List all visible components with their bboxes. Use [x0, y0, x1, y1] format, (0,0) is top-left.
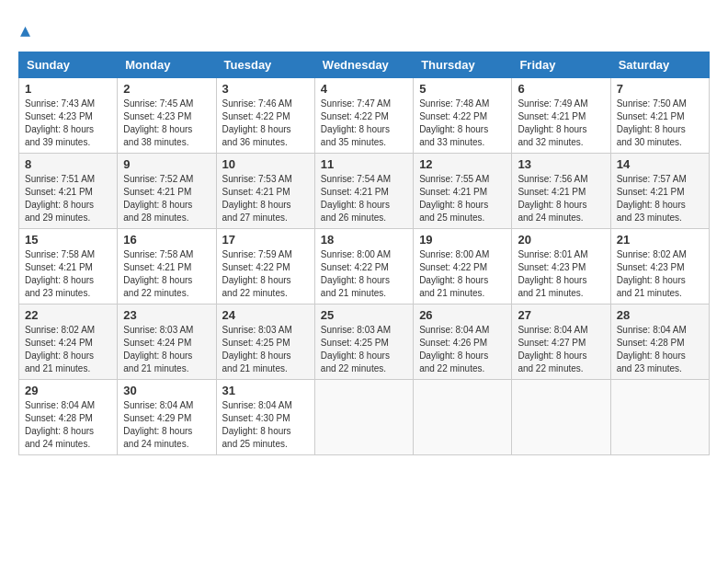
cell-info: Sunrise: 8:02 AM Sunset: 4:23 PM Dayligh… — [617, 248, 703, 300]
cell-info: Sunrise: 8:00 AM Sunset: 4:22 PM Dayligh… — [321, 248, 407, 300]
cell-info: Sunrise: 8:00 AM Sunset: 4:22 PM Dayligh… — [419, 248, 506, 300]
day-number: 1 — [25, 82, 111, 96]
calendar-col-header: Wednesday — [314, 52, 413, 78]
logo-bird-icon: ▴ — [20, 18, 30, 42]
cell-info: Sunrise: 7:58 AM Sunset: 4:21 PM Dayligh… — [25, 248, 111, 300]
calendar-cell: 3 Sunrise: 7:46 AM Sunset: 4:22 PM Dayli… — [216, 78, 314, 154]
cell-info: Sunrise: 8:04 AM Sunset: 4:26 PM Dayligh… — [419, 324, 506, 375]
day-number: 30 — [123, 384, 210, 397]
cell-info: Sunrise: 7:57 AM Sunset: 4:21 PM Dayligh… — [617, 173, 703, 224]
calendar-cell: 7 Sunrise: 7:50 AM Sunset: 4:21 PM Dayli… — [610, 78, 709, 154]
day-number: 27 — [518, 308, 604, 322]
day-number: 4 — [321, 82, 407, 96]
day-number: 6 — [518, 82, 604, 96]
day-number: 19 — [419, 233, 506, 247]
cell-info: Sunrise: 7:47 AM Sunset: 4:22 PM Dayligh… — [321, 98, 407, 149]
cell-info: Sunrise: 8:03 AM Sunset: 4:25 PM Dayligh… — [222, 324, 309, 375]
calendar-cell: 1 Sunrise: 7:43 AM Sunset: 4:23 PM Dayli… — [19, 78, 118, 154]
calendar-cell: 17 Sunrise: 7:59 AM Sunset: 4:22 PM Dayl… — [216, 229, 314, 304]
calendar-col-header: Monday — [118, 52, 216, 78]
calendar-cell — [512, 380, 610, 455]
calendar-cell: 28 Sunrise: 8:04 AM Sunset: 4:28 PM Dayl… — [610, 304, 709, 380]
day-number: 11 — [321, 157, 407, 171]
day-number: 10 — [222, 157, 309, 171]
day-number: 3 — [222, 82, 309, 96]
cell-info: Sunrise: 8:04 AM Sunset: 4:28 PM Dayligh… — [617, 324, 703, 375]
cell-info: Sunrise: 7:54 AM Sunset: 4:21 PM Dayligh… — [321, 173, 407, 224]
calendar-col-header: Sunday — [19, 52, 118, 78]
cell-info: Sunrise: 7:56 AM Sunset: 4:21 PM Dayligh… — [518, 173, 604, 224]
calendar-week-row: 22 Sunrise: 8:02 AM Sunset: 4:24 PM Dayl… — [19, 304, 710, 380]
cell-info: Sunrise: 7:58 AM Sunset: 4:21 PM Dayligh… — [123, 248, 210, 300]
cell-info: Sunrise: 7:53 AM Sunset: 4:21 PM Dayligh… — [222, 173, 309, 224]
day-number: 13 — [518, 157, 604, 171]
cell-info: Sunrise: 8:04 AM Sunset: 4:30 PM Dayligh… — [222, 399, 309, 451]
calendar-cell — [610, 380, 709, 455]
cell-info: Sunrise: 8:04 AM Sunset: 4:29 PM Dayligh… — [123, 399, 210, 451]
day-number: 24 — [222, 308, 309, 322]
cell-info: Sunrise: 7:51 AM Sunset: 4:21 PM Dayligh… — [25, 173, 111, 224]
calendar-table: SundayMondayTuesdayWednesdayThursdayFrid… — [18, 52, 710, 455]
day-number: 12 — [419, 157, 506, 171]
calendar-cell: 25 Sunrise: 8:03 AM Sunset: 4:25 PM Dayl… — [314, 304, 413, 380]
calendar-cell: 20 Sunrise: 8:01 AM Sunset: 4:23 PM Dayl… — [512, 229, 610, 304]
calendar-cell: 27 Sunrise: 8:04 AM Sunset: 4:27 PM Dayl… — [512, 304, 610, 380]
calendar-cell: 6 Sunrise: 7:49 AM Sunset: 4:21 PM Dayli… — [512, 78, 610, 154]
logo: ▴ — [18, 18, 30, 42]
calendar-cell: 16 Sunrise: 7:58 AM Sunset: 4:21 PM Dayl… — [118, 229, 216, 304]
calendar-cell: 29 Sunrise: 8:04 AM Sunset: 4:28 PM Dayl… — [19, 380, 118, 455]
day-number: 26 — [419, 308, 506, 322]
cell-info: Sunrise: 7:48 AM Sunset: 4:22 PM Dayligh… — [419, 98, 506, 149]
calendar-cell: 21 Sunrise: 8:02 AM Sunset: 4:23 PM Dayl… — [610, 229, 709, 304]
calendar-col-header: Tuesday — [216, 52, 314, 78]
day-number: 20 — [518, 233, 604, 247]
calendar-cell — [414, 380, 512, 455]
page-header: ▴ — [18, 18, 710, 42]
day-number: 23 — [123, 308, 210, 322]
cell-info: Sunrise: 7:55 AM Sunset: 4:21 PM Dayligh… — [419, 173, 506, 224]
cell-info: Sunrise: 8:03 AM Sunset: 4:24 PM Dayligh… — [123, 324, 210, 375]
calendar-cell: 5 Sunrise: 7:48 AM Sunset: 4:22 PM Dayli… — [414, 78, 512, 154]
calendar-cell: 26 Sunrise: 8:04 AM Sunset: 4:26 PM Dayl… — [414, 304, 512, 380]
calendar-col-header: Thursday — [414, 52, 512, 78]
cell-info: Sunrise: 7:59 AM Sunset: 4:22 PM Dayligh… — [222, 248, 309, 300]
calendar-cell: 18 Sunrise: 8:00 AM Sunset: 4:22 PM Dayl… — [314, 229, 413, 304]
calendar-cell: 30 Sunrise: 8:04 AM Sunset: 4:29 PM Dayl… — [118, 380, 216, 455]
day-number: 2 — [123, 82, 210, 96]
day-number: 22 — [25, 308, 111, 322]
calendar-cell: 23 Sunrise: 8:03 AM Sunset: 4:24 PM Dayl… — [118, 304, 216, 380]
calendar-cell: 11 Sunrise: 7:54 AM Sunset: 4:21 PM Dayl… — [314, 154, 413, 229]
calendar-col-header: Friday — [512, 52, 610, 78]
cell-info: Sunrise: 7:46 AM Sunset: 4:22 PM Dayligh… — [222, 98, 309, 149]
day-number: 9 — [123, 157, 210, 171]
calendar-cell: 10 Sunrise: 7:53 AM Sunset: 4:21 PM Dayl… — [216, 154, 314, 229]
calendar-cell: 19 Sunrise: 8:00 AM Sunset: 4:22 PM Dayl… — [414, 229, 512, 304]
calendar-week-row: 15 Sunrise: 7:58 AM Sunset: 4:21 PM Dayl… — [19, 229, 710, 304]
calendar-cell: 22 Sunrise: 8:02 AM Sunset: 4:24 PM Dayl… — [19, 304, 118, 380]
cell-info: Sunrise: 8:04 AM Sunset: 4:27 PM Dayligh… — [518, 324, 604, 375]
cell-info: Sunrise: 7:52 AM Sunset: 4:21 PM Dayligh… — [123, 173, 210, 224]
day-number: 21 — [617, 233, 703, 247]
day-number: 16 — [123, 233, 210, 247]
calendar-cell: 14 Sunrise: 7:57 AM Sunset: 4:21 PM Dayl… — [610, 154, 709, 229]
calendar-cell: 31 Sunrise: 8:04 AM Sunset: 4:30 PM Dayl… — [216, 380, 314, 455]
day-number: 7 — [617, 82, 703, 96]
cell-info: Sunrise: 7:43 AM Sunset: 4:23 PM Dayligh… — [25, 98, 111, 149]
calendar-cell: 24 Sunrise: 8:03 AM Sunset: 4:25 PM Dayl… — [216, 304, 314, 380]
calendar-cell — [314, 380, 413, 455]
calendar-week-row: 8 Sunrise: 7:51 AM Sunset: 4:21 PM Dayli… — [19, 154, 710, 229]
calendar-cell: 12 Sunrise: 7:55 AM Sunset: 4:21 PM Dayl… — [414, 154, 512, 229]
calendar-cell: 4 Sunrise: 7:47 AM Sunset: 4:22 PM Dayli… — [314, 78, 413, 154]
day-number: 15 — [25, 233, 111, 247]
cell-info: Sunrise: 7:45 AM Sunset: 4:23 PM Dayligh… — [123, 98, 210, 149]
calendar-col-header: Saturday — [610, 52, 709, 78]
calendar-week-row: 1 Sunrise: 7:43 AM Sunset: 4:23 PM Dayli… — [19, 78, 710, 154]
cell-info: Sunrise: 8:01 AM Sunset: 4:23 PM Dayligh… — [518, 248, 604, 300]
calendar-week-row: 29 Sunrise: 8:04 AM Sunset: 4:28 PM Dayl… — [19, 380, 710, 455]
cell-info: Sunrise: 8:03 AM Sunset: 4:25 PM Dayligh… — [321, 324, 407, 375]
day-number: 31 — [222, 384, 309, 397]
calendar-header-row: SundayMondayTuesdayWednesdayThursdayFrid… — [19, 52, 710, 78]
day-number: 29 — [25, 384, 111, 397]
calendar-cell: 2 Sunrise: 7:45 AM Sunset: 4:23 PM Dayli… — [118, 78, 216, 154]
day-number: 28 — [617, 308, 703, 322]
